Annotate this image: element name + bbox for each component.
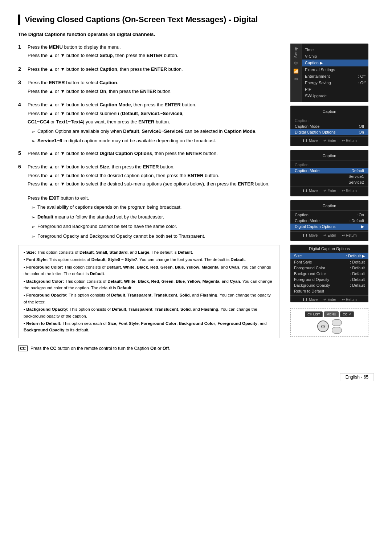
main-content: 1 Press the MENU button to display the m…: [18, 44, 374, 351]
step-content-3: Press the ENTER button to select Caption…: [28, 79, 279, 96]
wifi-icon: 📶: [293, 69, 299, 74]
step-3: 3 Press the ENTER button to select Capti…: [18, 79, 279, 96]
digital-caption-panel: Digital Caption Options Size : Default ▶…: [290, 245, 368, 302]
arrow-icon-3: ➢: [31, 204, 35, 211]
info-size: • Size: This option consists of Default,…: [24, 249, 274, 256]
step4-line3: CC1~CC4 or Text1~Text4) you want, then p…: [28, 118, 279, 126]
setup-item-entertainment: Entertainment: Off: [302, 73, 368, 79]
step-number-4: 4: [18, 102, 24, 107]
step6-line1: Press the ▲ or ▼ button to select Size, …: [28, 163, 279, 171]
dcp-fg-opacity: Foreground Opacity : Default: [290, 277, 368, 282]
arrow-icon-5: ➢: [31, 223, 35, 230]
step1-line1: Press the MENU button to display the men…: [28, 44, 279, 51]
caption2-row-dco: Service1: [290, 173, 368, 179]
step-number-2: 2: [18, 66, 24, 72]
info-font-style: • Font Style: This option consists of De…: [24, 256, 274, 263]
step4-note2: ➢ Service1~6 in digital caption mode may…: [28, 137, 279, 145]
caption-row-mode: Caption Mode Off: [290, 123, 368, 129]
remote-top-buttons: CH LIST MENU CC ↗: [294, 311, 365, 317]
remote-side-buttons: [332, 319, 342, 334]
caption3-row-mode: Caption Mode : Default: [290, 218, 368, 224]
dcp-bg-color: Background Color : Default: [290, 271, 368, 277]
step2-line1: Press the ▲ or ▼ button to select Captio…: [28, 66, 279, 73]
step3-line2: Press the ▲ or ▼ button to select On, th…: [28, 88, 279, 95]
bullet-note2: ➢ Default means to follow the standard s…: [28, 213, 279, 221]
info-bg-opacity: • Background Opacity: This option consis…: [24, 306, 274, 319]
step6-exit: Press the EXIT button to exit.: [28, 195, 279, 202]
caption-row-dco: Digital Caption Options On: [290, 129, 368, 135]
arrow-icon-4: ➢: [31, 214, 35, 221]
setup-item-swupgrade: SWUpgrade: [302, 93, 368, 99]
info-fg-opacity: • Foreground Opacity: This option consis…: [24, 292, 274, 305]
caption2-row-s2: Service2: [290, 179, 368, 185]
step4-note1: ➢ Caption Options are available only whe…: [28, 128, 279, 135]
step5-line1: Press the ▲ or ▼ button to select Digita…: [28, 150, 279, 157]
remote-cc-btn: CC ↗: [340, 311, 354, 317]
step-number-3: 3: [18, 79, 24, 85]
caption2-row-mode: Caption Mode Default: [290, 168, 368, 173]
bullet-note1: ➢ The availability of captions depends o…: [28, 204, 279, 211]
step6-line2: Press the ▲ or ▼ button to select the de…: [28, 172, 279, 179]
info-fg-color: • Foreground Color: This option consists…: [24, 264, 274, 277]
info-box: • Size: This option consists of Default,…: [18, 245, 279, 338]
step-content-1: Press the MENU button to display the men…: [28, 44, 279, 61]
arrow-icon-6: ➢: [31, 233, 35, 240]
remote-btn-1: [332, 319, 342, 326]
step-content-5: Press the ▲ or ▼ button to select Digita…: [28, 150, 279, 159]
caption-panel-1: Caption Caption Caption Mode Off Digital…: [290, 106, 368, 146]
left-column: 1 Press the MENU button to display the m…: [18, 44, 279, 351]
remote-btn-2: [332, 327, 342, 334]
caption-panel-3: Caption Caption : On Caption Mode : Defa…: [290, 200, 368, 241]
right-column: Setup ⚙ 📶 ✉ Time V-Chip Caption ▶ Extern…: [290, 44, 374, 351]
dcp-fg-color: Foreground Color : Default: [290, 265, 368, 271]
setup-panel: Setup ⚙ 📶 ✉ Time V-Chip Caption ▶ Extern…: [290, 44, 368, 102]
step1-line2: Press the ▲ or ▼ button to select Setup,…: [28, 52, 279, 59]
dcp-bg-opacity: Background Opacity : Default: [290, 282, 368, 288]
page-footer: English - 65: [340, 373, 374, 381]
envelope-icon: ✉: [294, 77, 298, 82]
dcp-size: Size : Default ▶: [290, 253, 368, 259]
step-number-5: 5: [18, 150, 24, 156]
setup-item-pip: PIP: [302, 86, 368, 93]
step4-line2: Press the ▲ or ▼ button to select submen…: [28, 110, 279, 117]
dcp-font-style: Font Style : Default: [290, 259, 368, 265]
caption-panel-1-nav: ⬆⬇ Move ↵ Enter ↩ Return: [290, 136, 368, 143]
page-title: Viewing Closed Captions (On-Screen Text …: [18, 15, 374, 25]
arrow-icon-1: ➢: [31, 128, 35, 135]
caption-row-caption: Caption: [290, 118, 368, 123]
info-bg-color: • Background Color: This option consists…: [24, 278, 274, 291]
dcp-title: Digital Caption Options: [290, 245, 368, 253]
remote-nav-circle: ⊙: [317, 320, 329, 332]
setup-item-energy: Energy Saving: Off: [302, 79, 368, 86]
arrow-icon-2: ➢: [31, 138, 35, 145]
cc-note: CC Press the CC button on the remote con…: [18, 346, 279, 351]
remote-area: CH LIST MENU CC ↗ ⊙: [290, 308, 368, 337]
caption-panel-3-nav: ⬆⬇ Move ↵ Enter ↩ Return: [290, 231, 368, 238]
setup-item-vchip: V-Chip: [302, 53, 368, 60]
dcp-return: Return to Default: [290, 288, 368, 294]
footer-container: English - 65: [18, 362, 374, 381]
setup-item-time: Time: [302, 46, 368, 53]
remote-nav-row: ⊙: [294, 319, 365, 334]
caption2-row-caption: Caption: [290, 162, 368, 168]
bullet-note3: ➢ Foreground and Background cannot be se…: [28, 223, 279, 230]
step-number-6: 6: [18, 164, 24, 170]
step-6: 6 Press the ▲ or ▼ button to select Size…: [18, 163, 279, 240]
caption-panel-3-title: Caption: [290, 203, 368, 211]
caption3-row-dco: Digital Caption Options ▶: [290, 224, 368, 230]
caption-panel-1-title: Caption: [290, 109, 368, 116]
caption-panel-2-nav: ⬆⬇ Move ↵ Enter ↩ Return: [290, 187, 368, 193]
step-content-6: Press the ▲ or ▼ button to select Size, …: [28, 163, 279, 240]
info-return: • Return to Default: This option sets ea…: [24, 320, 274, 334]
bullet-note4: ➢ Foreground Opacity and Background Opac…: [28, 233, 279, 240]
step4-line1: Press the ▲ or ▼ button to select Captio…: [28, 101, 279, 109]
setup-menu-main: Time V-Chip Caption ▶ External Settings …: [302, 44, 368, 102]
step-4: 4 Press the ▲ or ▼ button to select Capt…: [18, 101, 279, 145]
step-2: 2 Press the ▲ or ▼ button to select Capt…: [18, 66, 279, 74]
step-content-4: Press the ▲ or ▼ button to select Captio…: [28, 101, 279, 145]
settings-icon: ⚙: [294, 61, 298, 66]
dcp-nav: ⬆⬇ Move ↵ Enter ↩ Return: [290, 295, 368, 302]
caption3-row-caption: Caption : On: [290, 212, 368, 218]
cc-icon: CC: [18, 346, 28, 351]
remote-menu-btn: MENU: [324, 311, 339, 317]
